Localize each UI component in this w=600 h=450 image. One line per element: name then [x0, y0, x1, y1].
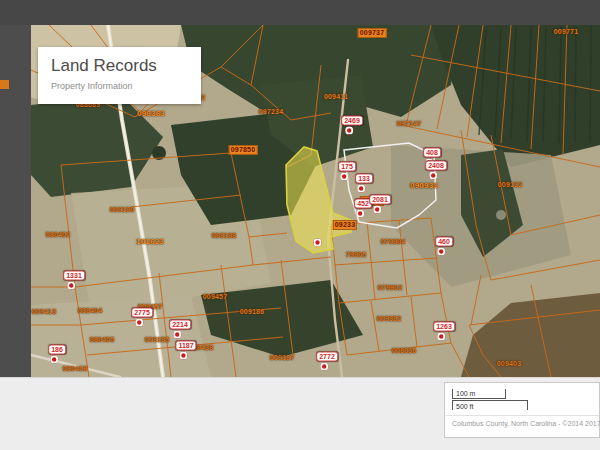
marker-number-label: 2775 [131, 308, 153, 318]
parcel-label: 079902 [378, 284, 403, 291]
parcel-label: 009771 [554, 28, 579, 35]
address-point-marker: 1331 [63, 271, 85, 290]
page-subtitle: Property Information [51, 81, 191, 91]
marker-dot-icon [67, 282, 75, 290]
address-point-marker: 460 [435, 237, 453, 256]
marker-number-label: 2081 [369, 195, 391, 205]
parcel-label: 009403 [497, 360, 522, 367]
marker-number-label: 1263 [433, 322, 455, 332]
marker-number-label: 2408 [425, 161, 447, 171]
address-point-marker [319, 238, 322, 247]
marker-number-label: 2772 [316, 352, 338, 362]
parcel-label: 080408 [63, 365, 88, 372]
marker-dot-icon [345, 127, 353, 135]
marker-dot-icon [437, 333, 445, 341]
marker-number-label: 186 [48, 345, 66, 355]
parcel-label: 009737 [358, 28, 387, 38]
parcel-label: 79905 [346, 251, 366, 258]
parcel-label: 008036 [392, 347, 417, 354]
marker-number-label: 175 [338, 162, 356, 172]
parcel-label: 097850 [229, 145, 258, 155]
parcel-label: 009198 [212, 232, 237, 239]
parcel-label: 098363 [137, 109, 165, 118]
address-point-marker: 2408 [425, 161, 447, 180]
scale-bar-metric: 100 m [452, 389, 506, 399]
parcel-label: 101623 [136, 237, 164, 246]
address-point-marker: 186 [48, 345, 66, 364]
marker-dot-icon [135, 319, 143, 327]
marker-dot-icon [180, 352, 188, 360]
address-point-marker: 133 [355, 174, 373, 193]
address-point-marker: 1263 [433, 322, 455, 341]
marker-number-label: 460 [435, 237, 453, 247]
marker-number-label: 1187 [175, 341, 196, 351]
parcel-label: 097147 [397, 120, 422, 127]
marker-dot-icon [438, 248, 446, 256]
marker-number-label: 1331 [63, 271, 85, 281]
address-point-marker: 2469 [341, 116, 363, 135]
parcel-label: 009411 [324, 93, 348, 100]
parcel-label: 009132 [498, 181, 523, 188]
parcel-label: 009185 [145, 336, 170, 343]
address-point-marker: 1187 [175, 341, 196, 360]
address-point-marker: 2214 [169, 320, 191, 339]
marker-number-label: 408 [423, 148, 441, 158]
parcel-label: 009457 [203, 293, 228, 300]
address-point-marker: 2775 [131, 308, 153, 327]
parcel-label: 009186 [240, 308, 265, 315]
title-card: Land Records Property Information [38, 47, 201, 104]
parcel-label: 097234 [259, 108, 284, 115]
marker-number-label: 133 [355, 174, 373, 184]
marker-dot-icon [358, 185, 366, 193]
parcel-label: 009187 [270, 354, 295, 361]
parcel-label: 09233 [333, 220, 357, 230]
scale-imperial-label: 500 ft [456, 402, 474, 411]
marker-dot-icon [357, 210, 365, 218]
land-records-app-window: 0997340097370097710983620886890983630972… [0, 0, 600, 450]
parcel-label: 080405 [90, 336, 115, 343]
marker-dot-icon [373, 206, 381, 214]
address-point-marker: 2772 [316, 352, 338, 371]
marker-dot-icon [314, 239, 322, 247]
scale-attribution-panel: 100 m 500 ft Columbus County, North Caro… [444, 382, 600, 438]
parcel-label: 080402 [46, 231, 71, 238]
parcel-label: 009190 [110, 206, 135, 213]
page-title: Land Records [51, 56, 191, 76]
parcel-label: 088404 [78, 307, 103, 314]
marker-number-label: 2469 [341, 116, 363, 126]
parcel-label: 009382 [377, 315, 402, 322]
address-point-marker: 2081 [369, 195, 391, 214]
map-attribution: Columbus County, North Carolina - ©2014 … [445, 415, 599, 427]
marker-dot-icon [341, 173, 349, 181]
parcel-label: 090933 [410, 181, 438, 190]
marker-dot-icon [173, 331, 181, 339]
parcel-label: 079904 [381, 238, 406, 245]
marker-dot-icon [429, 172, 437, 180]
scale-bar-imperial: 500 ft [452, 400, 528, 410]
marker-dot-icon [320, 363, 328, 371]
parcel-label: 009413 [32, 308, 57, 315]
scale-metric-label: 100 m [456, 389, 475, 398]
marker-number-label: 2214 [169, 320, 191, 330]
marker-dot-icon [51, 356, 59, 364]
address-point-marker: 175 [338, 162, 356, 181]
